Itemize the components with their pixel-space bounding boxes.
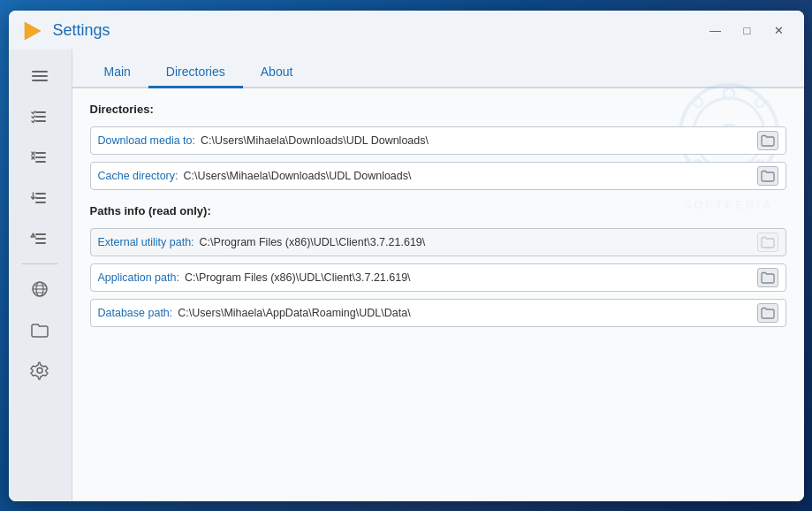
hamburger-icon	[30, 66, 49, 86]
database-path-row: Database path: C:\Users\Mihaela\AppData\…	[90, 299, 786, 327]
main-layout: SOFTPEDIA Main Directories About Directo…	[9, 50, 804, 501]
cache-directory-value: C:\Users\Mihaela\Downloads\UDL Downloads…	[184, 170, 752, 182]
svg-rect-15	[35, 197, 46, 199]
external-utility-browse-button	[757, 233, 778, 252]
cache-directory-row: Cache directory: C:\Users\Mihaela\Downlo…	[90, 162, 786, 190]
window-controls: — □ ✕	[702, 20, 793, 42]
list-x-icon	[30, 148, 49, 167]
svg-point-22	[33, 235, 34, 236]
svg-rect-2	[32, 75, 48, 77]
sidebar	[9, 50, 72, 501]
tab-main[interactable]: Main	[87, 57, 148, 88]
external-utility-row: External utility path: C:\Program Files …	[90, 228, 786, 256]
svg-rect-3	[32, 80, 48, 81]
svg-rect-5	[35, 116, 46, 118]
minimize-button[interactable]: —	[702, 20, 730, 42]
window-title: Settings	[53, 21, 702, 40]
browse-folder-icon-3	[761, 236, 775, 248]
external-utility-label: External utility path:	[98, 236, 194, 248]
svg-rect-17	[35, 233, 46, 235]
sidebar-divider	[22, 263, 57, 264]
tab-directories[interactable]: Directories	[148, 57, 243, 88]
content-area: SOFTPEDIA Main Directories About Directo…	[72, 50, 804, 501]
download-media-value: C:\Users\Mihaela\Downloads\UDL Downloads…	[201, 134, 752, 147]
list-down-icon	[30, 188, 49, 208]
browse-folder-icon	[761, 134, 775, 147]
svg-rect-7	[35, 152, 46, 154]
svg-rect-18	[35, 238, 46, 240]
application-path-row: Application path: C:\Program Files (x86)…	[90, 263, 786, 292]
sidebar-item-settings[interactable]	[15, 351, 65, 390]
sidebar-item-globe[interactable]	[15, 270, 65, 309]
sidebar-item-folder[interactable]	[15, 310, 65, 349]
svg-rect-9	[35, 161, 46, 163]
tabs-bar: Main Directories About	[72, 50, 804, 88]
sidebar-item-list-warn[interactable]	[15, 219, 65, 258]
close-button[interactable]: ✕	[765, 20, 793, 42]
svg-rect-4	[35, 111, 46, 113]
settings-window: Settings — □ ✕	[9, 11, 804, 501]
settings-gear-icon	[30, 361, 49, 380]
browse-folder-icon-4	[761, 271, 775, 284]
application-path-browse-button[interactable]	[757, 268, 778, 287]
svg-rect-19	[35, 242, 46, 244]
cache-directory-browse-button[interactable]	[757, 166, 778, 186]
sidebar-item-menu[interactable]	[15, 57, 65, 95]
svg-marker-0	[25, 22, 41, 40]
database-path-value: C:\Users\Mihaela\AppData\Roaming\UDL\Dat…	[178, 307, 751, 319]
svg-rect-6	[35, 120, 46, 122]
content-body: Directories: Download media to: C:\Users…	[72, 88, 804, 501]
svg-rect-8	[35, 156, 46, 158]
paths-info-label: Paths info (read only):	[90, 204, 786, 217]
svg-rect-16	[35, 202, 46, 203]
download-media-label: Download media to:	[98, 134, 195, 147]
sidebar-item-list-down[interactable]	[15, 179, 65, 217]
tab-about[interactable]: About	[243, 57, 311, 88]
svg-point-28	[37, 368, 42, 373]
title-bar: Settings — □ ✕	[9, 11, 804, 50]
external-utility-value: C:\Program Files (x86)\UDL\Client\3.7.21…	[200, 236, 752, 248]
cache-directory-label: Cache directory:	[98, 170, 178, 182]
svg-rect-14	[35, 193, 46, 194]
maximize-button[interactable]: □	[733, 20, 762, 42]
list-check-icon	[30, 107, 49, 126]
sidebar-item-list-x[interactable]	[15, 138, 65, 177]
svg-rect-1	[32, 71, 48, 72]
database-path-browse-button[interactable]	[757, 303, 778, 323]
list-warn-icon	[30, 229, 49, 248]
app-logo	[19, 19, 44, 43]
browse-folder-icon-2	[761, 170, 775, 182]
download-media-row: Download media to: C:\Users\Mihaela\Down…	[90, 126, 786, 155]
application-path-label: Application path:	[98, 271, 179, 284]
sidebar-item-checklist[interactable]	[15, 97, 65, 136]
globe-icon	[30, 279, 49, 299]
download-media-browse-button[interactable]	[757, 131, 778, 150]
application-path-value: C:\Program Files (x86)\UDL\Client\3.7.21…	[185, 271, 752, 284]
folder-icon	[30, 320, 49, 339]
browse-folder-icon-5	[761, 307, 775, 319]
database-path-label: Database path:	[98, 307, 173, 319]
directories-section-label: Directories:	[90, 103, 786, 116]
